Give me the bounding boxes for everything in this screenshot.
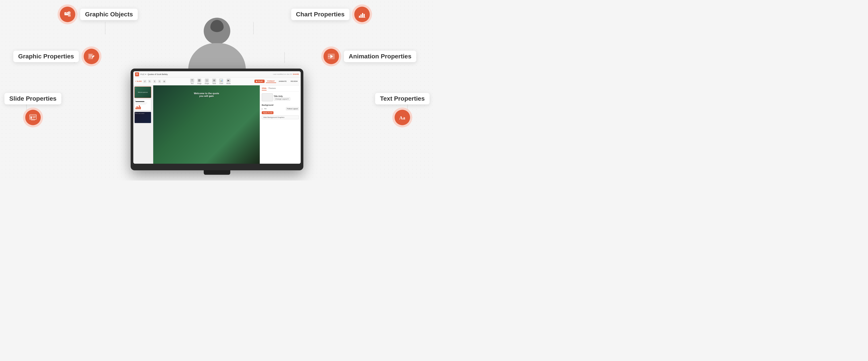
toolbar-right: ▶ PLAY FORMAT ANIMATE REVIEW — [254, 79, 299, 83]
play-button[interactable]: ▶ PLAY — [254, 79, 265, 83]
text-properties-label: Text Properties — [375, 93, 430, 104]
duplicate-button[interactable]: ⊕ — [162, 79, 166, 83]
apply-row: Apply To All — [262, 111, 299, 114]
slide-thumb-content-3: Dark slide content — [135, 112, 151, 123]
bar5 — [140, 107, 141, 109]
format-tab[interactable]: FORMAT — [266, 79, 276, 83]
bar3 — [138, 107, 138, 109]
slide-properties-label: Slide Properties — [4, 93, 61, 104]
chart-properties-label: Chart Properties — [291, 9, 349, 20]
slide-properties-icon-bg — [23, 107, 43, 127]
image-tool[interactable]: 🖼 Image — [197, 78, 202, 84]
slide-properties-callout: Slide Properties — [4, 93, 61, 127]
chart-tool[interactable]: 📊 Chart — [219, 78, 223, 84]
bar1 — [135, 107, 136, 109]
animation-properties-icon — [323, 49, 339, 64]
graphic-objects-icon — [60, 7, 75, 22]
monitor-outer: D FILE ▾ Quotes of Scott Belsky Last mod… — [131, 69, 303, 170]
review-tab[interactable]: REVIEW — [289, 80, 299, 83]
graphic-properties-label: Graphic Properties — [13, 51, 79, 62]
slide-num-3: 3 — [135, 112, 136, 114]
slide-thumb-1[interactable]: 1 Welcome quote text — [134, 87, 151, 98]
chart-properties-icon — [354, 7, 370, 22]
redo-button[interactable]: ↻ — [148, 79, 151, 83]
slide-thumb-content-1: Welcome quote text — [135, 87, 151, 98]
slides-panel: 1 Welcome quote text 2 — [133, 86, 153, 164]
svg-text:Aa: Aa — [399, 115, 405, 121]
slide-num-2: 2 — [135, 100, 136, 101]
slide-tab[interactable]: Slide — [262, 87, 267, 91]
text-tool[interactable]: T Text — [190, 78, 194, 84]
graphic-objects-icon-bg — [58, 4, 78, 24]
bar4 — [139, 105, 140, 109]
apply-to-all-button[interactable]: Apply To All — [262, 111, 274, 114]
graphic-properties-icon-bg — [82, 46, 101, 66]
text-tool-icon: T — [190, 78, 194, 83]
toolbar-row: + SLIDE ↺ ↻ ¶ ⎘ ⊕ T Text 🖼 Image — [133, 77, 301, 86]
table-tool-icon: ⊞ — [212, 78, 216, 83]
slide-2-bars — [135, 105, 150, 109]
share-btn[interactable]: SHARE — [293, 73, 299, 75]
last-modified-text: Last modified on Jan 23 — [273, 73, 292, 75]
layout-preview — [262, 93, 273, 101]
graphic-properties-callout: Graphic Properties — [13, 46, 101, 66]
change-layout-button[interactable]: Change Layout ▾ — [274, 97, 290, 101]
layout-row: Title Only Change Layout ▾ — [262, 93, 299, 102]
svg-rect-12 — [364, 14, 365, 18]
svg-rect-11 — [362, 13, 363, 18]
monitor-container: D FILE ▾ Quotes of Scott Belsky Last mod… — [131, 69, 303, 175]
svg-rect-23 — [30, 117, 32, 119]
graphic-properties-icon — [84, 49, 99, 64]
hide-background-graphics-button[interactable]: Hide Background Graphics — [262, 116, 299, 119]
table-tool[interactable]: ⊞ Table — [212, 78, 216, 84]
app-header: D FILE ▾ Quotes of Scott Belsky Last mod… — [133, 71, 301, 77]
svg-rect-27 — [31, 120, 35, 120]
animation-properties-label: Animation Properties — [344, 51, 416, 62]
themes-tab[interactable]: Themes — [268, 87, 276, 91]
chart-tool-icon: 📊 — [219, 78, 223, 83]
svg-rect-8 — [68, 14, 71, 17]
copy-button[interactable]: ⎘ — [158, 79, 161, 83]
layout-title: Title Only — [274, 95, 290, 97]
app-body: 1 Welcome quote text 2 — [133, 86, 301, 164]
animation-properties-callout: Animation Properties — [321, 46, 416, 66]
undo-button[interactable]: ↺ — [143, 79, 147, 83]
add-slide-button[interactable]: + SLIDE — [135, 80, 142, 82]
shape-tool-icon: ◻ — [205, 78, 209, 83]
chart-properties-icon-bg — [352, 4, 372, 24]
graphic-objects-label: Graphic Objects — [80, 9, 138, 20]
slide-3-text: Dark slide content — [135, 113, 150, 114]
slide-thumb-2[interactable]: 2 — [134, 99, 151, 110]
file-menu[interactable]: FILE ▾ — [141, 73, 146, 75]
shape-tool[interactable]: ◻ Shape — [205, 78, 209, 84]
svg-rect-10 — [361, 14, 362, 18]
bar2 — [136, 106, 137, 109]
slide-properties-icon — [25, 110, 41, 125]
fill-select[interactable]: Follow Layout — [286, 107, 299, 110]
expand-icon: ▸ — [262, 108, 263, 110]
svg-point-7 — [67, 11, 71, 14]
slide-thumb-content-2 — [135, 99, 151, 110]
text-properties-icon-bg: Aa — [392, 107, 412, 127]
slide-2-line — [135, 101, 144, 102]
slide-2-line2 — [135, 103, 147, 103]
properties-panel: Slide Themes Title Only Change Layout ▾ … — [260, 86, 301, 164]
toolbar-center: T Text 🖼 Image ◻ Shape ⊞ Table — [169, 78, 252, 84]
media-tool[interactable]: ▶ Media — [226, 78, 230, 84]
slide-2-line3 — [135, 104, 146, 104]
chart-properties-callout: Chart Properties — [291, 4, 372, 24]
slide-num-1: 1 — [135, 87, 136, 89]
svg-rect-9 — [359, 16, 360, 18]
layout-info: Title Only Change Layout ▾ — [274, 95, 290, 101]
format-button[interactable]: ¶ — [153, 79, 156, 83]
background-section-title: Background — [262, 104, 299, 106]
graphic-objects-callout: Graphic Objects — [58, 4, 138, 24]
play-icon: ▶ — [256, 80, 257, 82]
monitor-screen: D FILE ▾ Quotes of Scott Belsky Last mod… — [133, 71, 301, 164]
toolbar-left: + SLIDE ↺ ↻ ¶ ⎘ ⊕ — [135, 79, 166, 83]
fill-label: Fill — [264, 108, 285, 110]
animate-tab[interactable]: ANIMATE — [277, 80, 288, 83]
slide-thumb-3[interactable]: 3 Dark slide content — [134, 112, 151, 123]
animation-properties-icon-bg — [321, 46, 341, 66]
media-tool-icon: ▶ — [226, 78, 230, 83]
